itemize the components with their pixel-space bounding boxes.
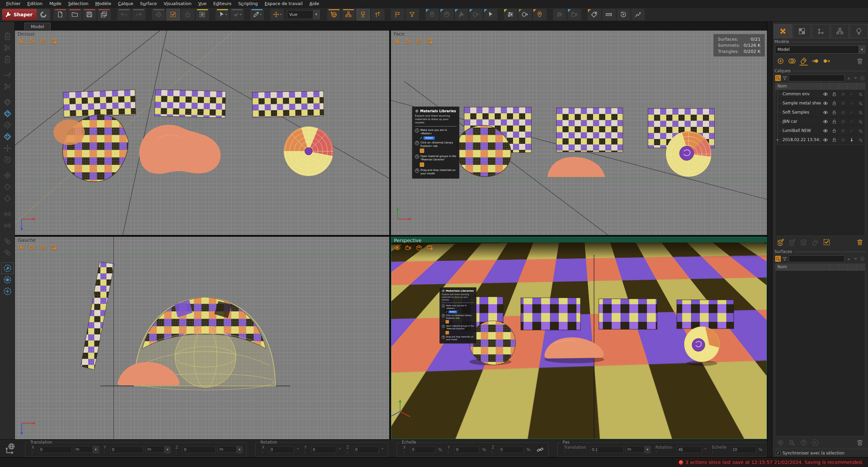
layer-action-icon[interactable]: ✓ <box>847 92 856 97</box>
add-child-layer-button[interactable] <box>788 238 796 246</box>
world-axis-button[interactable] <box>327 9 341 20</box>
viewport-gauche[interactable]: Gauche <box>15 237 389 439</box>
viewport-settings-icon[interactable] <box>426 38 433 45</box>
panel-divider[interactable] <box>767 22 772 457</box>
visibility-icon[interactable] <box>18 244 24 251</box>
pivot-button[interactable] <box>356 9 370 20</box>
menu-item[interactable]: Aide <box>307 1 322 6</box>
rotate-tool-button[interactable] <box>617 9 630 20</box>
layer-lock-icon[interactable] <box>830 110 839 115</box>
add-layer-group-button[interactable] <box>800 238 808 246</box>
translation-z-input[interactable] <box>182 446 216 453</box>
layer-action-icon[interactable]: ✓ <box>847 110 856 115</box>
next-match-icon[interactable] <box>853 256 859 262</box>
delete-item-button[interactable] <box>856 57 864 65</box>
layer-index-icon[interactable] <box>839 128 847 133</box>
select-all-layers-button[interactable] <box>823 238 831 246</box>
tab-lighting[interactable] <box>850 24 868 38</box>
import-reference-button[interactable] <box>811 57 819 65</box>
measure-button[interactable] <box>602 9 616 20</box>
scale-z-input[interactable] <box>499 446 524 453</box>
tool-hud-button[interactable] <box>1 262 14 274</box>
layer-index-icon[interactable] <box>839 137 847 142</box>
menu-item[interactable]: Mode <box>46 1 64 6</box>
tool-setup-button[interactable] <box>455 9 468 20</box>
graph-editor-button[interactable] <box>631 9 645 20</box>
layer-row[interactable]: JBN car ✓ <box>775 117 865 126</box>
step-scale-input[interactable] <box>731 446 756 453</box>
selection-mode-button[interactable]: ▾ <box>216 9 229 20</box>
axis-mode-select[interactable]: Vue ▼ <box>287 10 320 19</box>
add-item-button[interactable] <box>1 170 14 181</box>
menu-item[interactable]: Visualisation <box>161 1 194 6</box>
translation-y-input[interactable] <box>110 446 143 453</box>
camera-icon[interactable] <box>28 244 35 251</box>
layer-list-header[interactable]: Nom <box>775 83 865 90</box>
layer-row[interactable]: Soft Samples ✓ <box>775 108 865 117</box>
viewport-perspective[interactable]: Perspective Materials Libraries Explore … <box>391 237 767 439</box>
layer-row[interactable]: Sample metal sheet LS ✓ <box>775 99 865 108</box>
scale-x-input[interactable] <box>410 446 435 453</box>
search-icon[interactable] <box>775 256 781 262</box>
group-items-button[interactable] <box>1 235 14 247</box>
clear-search-icon[interactable] <box>860 256 865 262</box>
camera-view-button[interactable] <box>568 9 581 20</box>
sliders-button[interactable] <box>553 9 567 20</box>
layer-lock-icon[interactable] <box>830 101 839 106</box>
camera-icon[interactable] <box>28 38 35 45</box>
filter-icon[interactable] <box>782 256 788 262</box>
next-match-icon[interactable] <box>853 75 859 81</box>
shading-cube-icon[interactable] <box>415 38 422 45</box>
stitch-button[interactable] <box>1 69 14 81</box>
rotation-y-input[interactable] <box>311 446 336 453</box>
calques-search-input[interactable] <box>789 75 845 81</box>
layer-visibility-icon[interactable] <box>821 119 830 124</box>
remove-item-button[interactable] <box>1 181 14 193</box>
rename-layer-button[interactable] <box>811 238 819 246</box>
viewport-settings-icon[interactable] <box>50 244 57 251</box>
menu-item[interactable]: Vue <box>196 1 209 6</box>
undo-selected-button[interactable] <box>1 108 14 119</box>
chevron-down-icon[interactable]: ▼ <box>93 446 99 453</box>
layer-row[interactable]: + 2018.02.22 13:34:35 Step… ↓ <box>775 135 865 144</box>
save-scene-button[interactable] <box>83 9 96 20</box>
hierarchy-axis-button[interactable] <box>342 9 355 20</box>
merge-items-button[interactable] <box>1 208 14 220</box>
auto-select-button[interactable] <box>166 9 180 20</box>
shading-cube-icon[interactable] <box>39 244 46 251</box>
rotation-x-input[interactable] <box>269 446 294 453</box>
new-scene-button[interactable] <box>54 9 67 20</box>
axis-up-button[interactable] <box>371 9 384 20</box>
layer-visibility-icon[interactable] <box>821 137 830 142</box>
layer-list-empty-area[interactable] <box>775 145 865 236</box>
layer-lock-icon[interactable] <box>830 119 839 124</box>
layer-select-icon[interactable] <box>856 101 865 106</box>
add-hud-button[interactable] <box>1 286 14 297</box>
layer-select-icon[interactable] <box>856 119 865 124</box>
assign-surface-button[interactable] <box>788 439 796 447</box>
chevron-down-icon[interactable]: ▼ <box>859 46 865 53</box>
viewport-dessus[interactable]: Dessus <box>15 31 389 235</box>
layer-select-icon[interactable] <box>856 128 865 133</box>
tag-button[interactable] <box>588 9 601 20</box>
camera-icon[interactable] <box>405 245 412 251</box>
layer-lock-icon[interactable] <box>830 92 839 97</box>
menu-item[interactable]: Editeurs <box>211 1 234 6</box>
redo-selected-button[interactable] <box>1 131 14 142</box>
surface-list-empty-area[interactable] <box>775 271 865 436</box>
scale-y-input[interactable] <box>454 446 479 453</box>
layer-lock-icon[interactable] <box>830 128 839 133</box>
redo-button[interactable] <box>132 9 145 20</box>
surface-list-header[interactable]: Nom <box>775 264 865 270</box>
sync-selection-row[interactable]: ✓ Synchroniser avec la sélection <box>772 449 868 457</box>
export-reference-button[interactable] <box>823 57 831 65</box>
menu-item[interactable]: Fichier <box>3 1 23 6</box>
translation-x-input[interactable] <box>39 446 72 453</box>
surfaces-search-input[interactable] <box>789 255 845 262</box>
viewport-settings-icon[interactable] <box>427 245 433 251</box>
chevron-down-icon[interactable]: ▼ <box>237 446 243 453</box>
layer-visibility-icon[interactable] <box>821 92 830 97</box>
shading-cube-icon[interactable] <box>416 245 422 251</box>
layer-visibility-icon[interactable] <box>821 110 830 115</box>
shaper-mode-button[interactable]: Shaper <box>2 9 37 20</box>
